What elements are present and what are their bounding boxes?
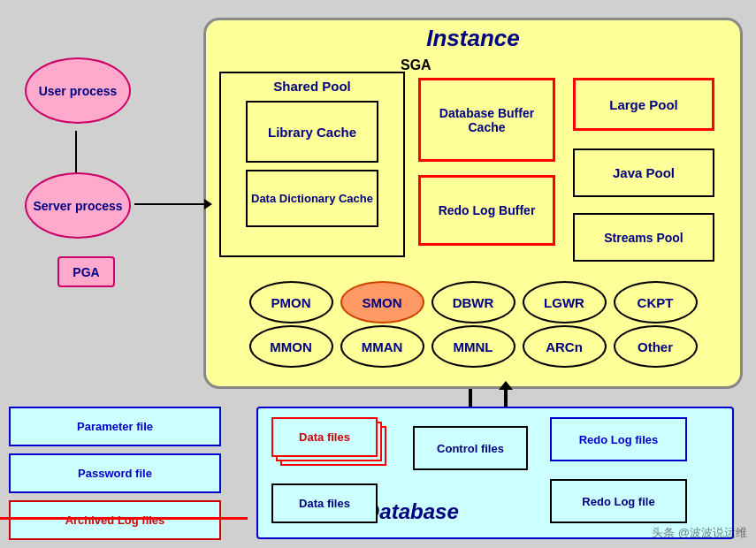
user-to-server-arrow xyxy=(75,131,77,175)
redo-log-buffer-label: Redo Log Buffer xyxy=(439,203,536,217)
arcn-ellipse: ARCn xyxy=(523,325,607,368)
other-ellipse: Other xyxy=(614,325,698,368)
java-pool-box: Java Pool xyxy=(573,148,714,197)
red-decorative-line xyxy=(0,517,248,520)
redo-log-files-box: Redo Log files xyxy=(550,417,687,461)
parameter-file-box: Parameter file xyxy=(9,407,221,446)
data-files-bottom-box: Data files xyxy=(271,483,378,523)
data-files-stack: Data files xyxy=(271,417,395,475)
left-files-panel: Parameter file Password file Archived Lo… xyxy=(9,407,234,547)
data-dict-cache-box: Data Dictionary Cache xyxy=(246,170,378,227)
parameter-file-label: Parameter file xyxy=(77,420,153,433)
server-process-ellipse: Server process xyxy=(25,172,131,239)
database-title: Database xyxy=(364,499,459,524)
library-cache-box: Library Cache xyxy=(246,101,378,163)
redo-log-files-label: Redo Log files xyxy=(579,433,659,446)
archived-log-box: Archived Log files xyxy=(9,500,221,540)
instance-box: Instance SGA Shared Pool Library Cache D… xyxy=(203,18,743,389)
control-files-box: Control files xyxy=(413,426,528,470)
large-pool-box: Large Pool xyxy=(573,78,714,131)
pga-box: PGA xyxy=(57,256,115,287)
data-files-top-label: Data files xyxy=(299,430,350,444)
db-buffer-cache-label: Database Buffer Cache xyxy=(421,106,553,134)
data-files-bottom-label: Data files xyxy=(299,497,350,510)
watermark: 头条 @波波说运维 xyxy=(652,525,747,541)
large-pool-label: Large Pool xyxy=(609,97,678,112)
redo-files-bottom-label: Redo Log file xyxy=(582,495,654,508)
lgwr-ellipse: LGWR xyxy=(523,281,607,323)
java-pool-label: Java Pool xyxy=(613,165,675,180)
control-files-label: Control files xyxy=(437,442,504,455)
pga-label: PGA xyxy=(73,265,99,279)
smon-ellipse: SMON xyxy=(340,281,424,323)
instance-title: Instance xyxy=(206,25,740,52)
streams-pool-label: Streams Pool xyxy=(604,231,683,245)
archived-log-label: Archived Log files xyxy=(65,514,165,527)
server-process-label: Server process xyxy=(33,199,122,213)
mmnl-ellipse: MMNL xyxy=(431,325,515,368)
mmon-ellipse: MMON xyxy=(249,325,333,368)
redo-files-bottom-box: Redo Log file xyxy=(550,479,687,523)
main-background: Instance SGA Shared Pool Library Cache D… xyxy=(0,0,756,548)
bg-processes-row2: MMON MMAN MMNL ARCn Other xyxy=(215,325,731,368)
db-buffer-cache-box: Database Buffer Cache xyxy=(418,78,555,162)
database-box: Database Data files Control files Redo L… xyxy=(256,407,734,539)
sga-label: SGA xyxy=(401,57,431,73)
library-cache-label: Library Cache xyxy=(268,125,356,140)
data-dict-cache-label: Data Dictionary Cache xyxy=(251,192,373,205)
bg-processes-row1: PMON SMON DBWR LGWR CKPT xyxy=(215,281,731,323)
dbwr-ellipse: DBWR xyxy=(431,281,515,323)
user-process-label: User process xyxy=(39,84,118,98)
server-to-instance-arrow xyxy=(134,203,205,205)
shared-pool-label: Shared Pool xyxy=(221,73,403,97)
password-file-box: Password file xyxy=(9,453,221,493)
shared-pool-box: Shared Pool Library Cache Data Dictionar… xyxy=(219,72,405,257)
ckpt-ellipse: CKPT xyxy=(614,281,698,323)
user-process-ellipse: User process xyxy=(25,57,131,124)
pmon-ellipse: PMON xyxy=(249,281,333,323)
streams-pool-box: Streams Pool xyxy=(573,213,714,262)
redo-log-buffer-box: Redo Log Buffer xyxy=(418,175,555,246)
password-file-label: Password file xyxy=(78,467,152,480)
mman-ellipse: MMAN xyxy=(340,325,424,368)
